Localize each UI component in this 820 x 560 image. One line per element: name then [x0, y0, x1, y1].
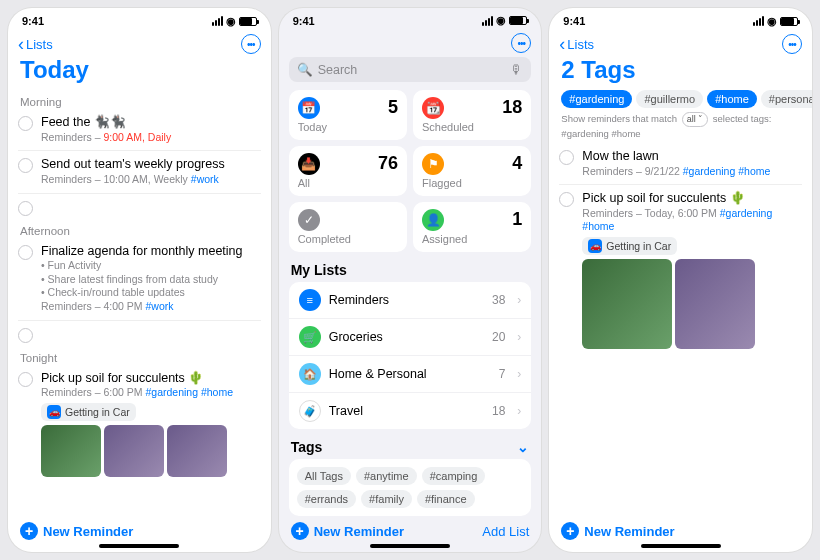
smart-list-all[interactable]: 📥76 All [289, 146, 407, 196]
back-button[interactable]: Lists [18, 37, 53, 52]
card-label: Completed [298, 233, 398, 245]
tag-chip[interactable]: #family [361, 490, 412, 508]
car-icon: 🚗 [47, 405, 61, 419]
search-icon: 🔍 [297, 62, 313, 77]
attachment-thumbs[interactable] [582, 259, 802, 349]
reminder-item[interactable]: Pick up soil for succulents 🌵 Reminders … [18, 368, 261, 480]
list-row-home[interactable]: 🏠Home & Personal7› [289, 355, 532, 392]
reminder-title: Finalize agenda for monthly meeting [41, 244, 261, 260]
back-button[interactable]: Lists [559, 37, 594, 52]
card-label: Assigned [422, 233, 522, 245]
reminder-item-empty[interactable] [18, 324, 261, 346]
tag-chip[interactable]: All Tags [297, 467, 351, 485]
count: 76 [378, 153, 398, 174]
card-label: All [298, 177, 398, 189]
list-icon: 🏠 [299, 363, 321, 385]
thumb[interactable] [167, 425, 227, 477]
complete-radio[interactable] [18, 245, 33, 260]
status-time: 9:41 [563, 15, 585, 27]
list-row-reminders[interactable]: ≡Reminders38› [289, 282, 532, 318]
thumb[interactable] [104, 425, 164, 477]
reminder-item[interactable]: Send out team's weekly progress Reminder… [18, 154, 261, 189]
divider [18, 150, 261, 151]
plus-icon: + [291, 522, 309, 540]
tags-header[interactable]: Tags⌄ [279, 429, 542, 459]
reminder-item[interactable]: Feed the 🐈‍⬛🐈‍⬛ Reminders – 9:00 AM, Dai… [18, 112, 261, 147]
reminder-sub: Reminders – 10:00 AM, Weekly #work [41, 173, 261, 187]
complete-radio[interactable] [559, 192, 574, 207]
chevron-down-icon[interactable]: ⌄ [517, 439, 529, 455]
match-mode-picker[interactable]: all ˅ [682, 112, 709, 127]
tag-chip[interactable]: #finance [417, 490, 475, 508]
smart-list-scheduled[interactable]: 📆18 Scheduled [413, 90, 531, 140]
check-icon: ✓ [298, 209, 320, 231]
footer: +New Reminder [549, 516, 812, 544]
nav-bar: Lists ••• [8, 30, 271, 56]
thumb[interactable] [41, 425, 101, 477]
section-label: Morning [18, 90, 261, 112]
smart-list-completed[interactable]: ✓ Completed [289, 202, 407, 252]
complete-radio[interactable] [559, 150, 574, 165]
divider [18, 320, 261, 321]
complete-radio[interactable] [18, 201, 33, 216]
chevron-right-icon: › [517, 293, 521, 307]
reminder-item[interactable]: Pick up soil for succulents 🌵 Reminders … [559, 188, 802, 352]
attachment-thumbs[interactable] [41, 425, 261, 477]
footer: +New Reminder [8, 516, 271, 544]
add-list-button[interactable]: Add List [482, 524, 529, 539]
count: 5 [388, 97, 398, 118]
reminder-item-empty[interactable] [18, 197, 261, 219]
smart-list-flagged[interactable]: ⚑4 Flagged [413, 146, 531, 196]
reminder-list[interactable]: Morning Feed the 🐈‍⬛🐈‍⬛ Reminders – 9:00… [8, 90, 271, 516]
thumb[interactable] [582, 259, 672, 349]
thumb[interactable] [675, 259, 755, 349]
tag-chip[interactable]: #camping [422, 467, 486, 485]
complete-radio[interactable] [18, 116, 33, 131]
reminder-item[interactable]: Finalize agenda for monthly meeting • Fu… [18, 241, 261, 317]
tag-filter-row[interactable]: #gardening #guillermo #home #personal [549, 90, 812, 112]
reminder-sub: Reminders – 9:00 AM, Daily [41, 131, 261, 145]
list-icon: 🧳 [299, 400, 321, 422]
tag-chip[interactable]: #errands [297, 490, 356, 508]
reminder-title: Pick up soil for succulents 🌵 [41, 371, 261, 387]
more-button[interactable]: ••• [511, 33, 531, 53]
reminder-title: Mow the lawn [582, 149, 802, 165]
reminder-sub: Reminders – 9/21/22 #gardening #home [582, 165, 802, 179]
complete-radio[interactable] [18, 328, 33, 343]
more-button[interactable]: ••• [782, 34, 802, 54]
search-field[interactable]: 🔍 Search 🎙 [289, 57, 532, 82]
filter-subtitle: Show reminders that match all ˅ selected… [549, 112, 812, 146]
home-indicator[interactable] [370, 544, 450, 548]
home-indicator[interactable] [99, 544, 179, 548]
new-reminder-button[interactable]: +New Reminder [291, 522, 404, 540]
list-row-travel[interactable]: 🧳Travel18› [289, 392, 532, 429]
card-label: Scheduled [422, 121, 522, 133]
location-chip: 🚗Getting in Car [41, 403, 136, 421]
list-row-groceries[interactable]: 🛒Groceries20› [289, 318, 532, 355]
new-reminder-button[interactable]: +New Reminder [20, 522, 133, 540]
car-icon: 🚗 [588, 239, 602, 253]
complete-radio[interactable] [18, 372, 33, 387]
status-bar: 9:41 ◉ [8, 8, 271, 30]
new-reminder-button[interactable]: +New Reminder [561, 522, 674, 540]
tag-filter-chip[interactable]: #personal [761, 90, 812, 108]
home-indicator[interactable] [641, 544, 721, 548]
tag-filter-chip[interactable]: #gardening [561, 90, 632, 108]
page-title: 2 Tags [549, 56, 812, 90]
complete-radio[interactable] [18, 158, 33, 173]
tag-filter-chip[interactable]: #guillermo [636, 90, 703, 108]
status-time: 9:41 [22, 15, 44, 27]
tag-filter-chip[interactable]: #home [707, 90, 757, 108]
smart-list-today[interactable]: 📅5 Today [289, 90, 407, 140]
tag-chip[interactable]: #anytime [356, 467, 417, 485]
reminder-list[interactable]: Mow the lawn Reminders – 9/21/22 #garden… [549, 146, 812, 516]
reminder-item[interactable]: Mow the lawn Reminders – 9/21/22 #garden… [559, 146, 802, 181]
smart-list-assigned[interactable]: 👤1 Assigned [413, 202, 531, 252]
section-label: Afternoon [18, 219, 261, 241]
plus-icon: + [20, 522, 38, 540]
screen-tags: 9:41 ◉ Lists ••• 2 Tags #gardening #guil… [549, 8, 812, 552]
mic-icon[interactable]: 🎙 [510, 63, 523, 77]
wifi-icon: ◉ [496, 14, 506, 27]
more-button[interactable]: ••• [241, 34, 261, 54]
chevron-right-icon: › [517, 367, 521, 381]
